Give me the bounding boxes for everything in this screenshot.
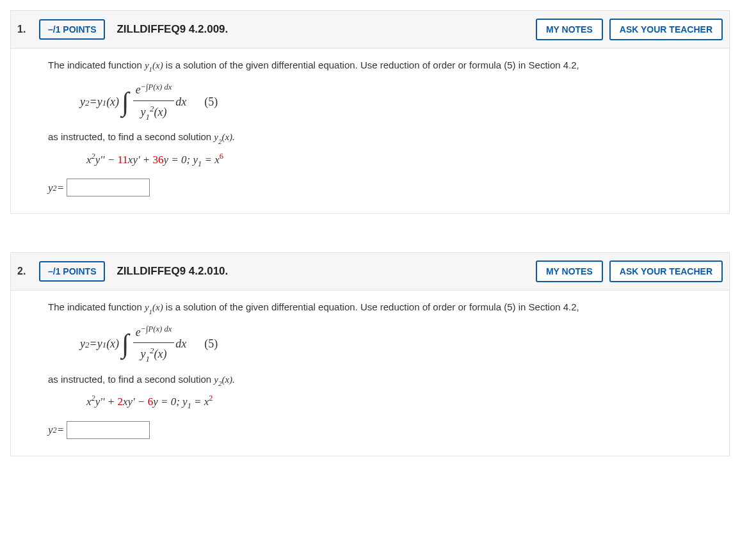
instruction-text: as instructed, to find a second solution… <box>48 372 718 388</box>
my-notes-button[interactable]: MY NOTES <box>536 19 603 40</box>
question-1: 1. –/1 POINTS ZILLDIFFEQ9 4.2.009. MY NO… <box>10 10 730 214</box>
differential-equation: x2y'' − 11xy' + 36y = 0; y1 = x6 <box>86 150 718 170</box>
answer-row: y2 = <box>48 179 718 196</box>
prompt-text: The indicated function y1(x) is a soluti… <box>48 300 718 316</box>
answer-input[interactable] <box>67 421 150 439</box>
integral-icon: ∫ <box>119 333 132 355</box>
question-2: 2. –/1 POINTS ZILLDIFFEQ9 4.2.010. MY NO… <box>10 252 730 456</box>
differential-equation: x2y'' + 2xy' − 6y = 0; y1 = x2 <box>86 392 718 412</box>
instruction-text: as instructed, to find a second solution… <box>48 129 718 146</box>
reduction-formula: y2 = y1(x) ∫ e−∫P(x) dx y12(x) dx (5) <box>80 323 718 365</box>
question-number: 1. <box>17 24 30 35</box>
question-body: The indicated function y1(x) is a soluti… <box>10 48 730 214</box>
header-actions: MY NOTES ASK YOUR TEACHER <box>536 260 723 282</box>
ask-teacher-button[interactable]: ASK YOUR TEACHER <box>609 260 723 282</box>
formula-label: (5) <box>204 335 218 353</box>
question-body: The indicated function y1(x) is a soluti… <box>10 290 730 456</box>
header-actions: MY NOTES ASK YOUR TEACHER <box>536 19 723 40</box>
question-number: 2. <box>17 266 30 277</box>
my-notes-button[interactable]: MY NOTES <box>536 260 603 282</box>
reduction-formula: y2 = y1(x) ∫ e−∫P(x) dx y12(x) dx (5) <box>80 81 718 123</box>
answer-row: y2 = <box>48 421 718 439</box>
integral-icon: ∫ <box>119 92 132 113</box>
prompt-text: The indicated function y1(x) is a soluti… <box>48 58 718 74</box>
formula-label: (5) <box>204 93 218 111</box>
answer-input[interactable] <box>67 179 150 196</box>
points-box[interactable]: –/1 POINTS <box>39 261 105 282</box>
points-box[interactable]: –/1 POINTS <box>39 19 105 40</box>
question-header: 1. –/1 POINTS ZILLDIFFEQ9 4.2.009. MY NO… <box>10 10 730 48</box>
question-header: 2. –/1 POINTS ZILLDIFFEQ9 4.2.010. MY NO… <box>10 252 730 290</box>
question-title: ZILLDIFFEQ9 4.2.009. <box>117 23 228 36</box>
question-title: ZILLDIFFEQ9 4.2.010. <box>117 265 228 278</box>
ask-teacher-button[interactable]: ASK YOUR TEACHER <box>609 19 723 40</box>
